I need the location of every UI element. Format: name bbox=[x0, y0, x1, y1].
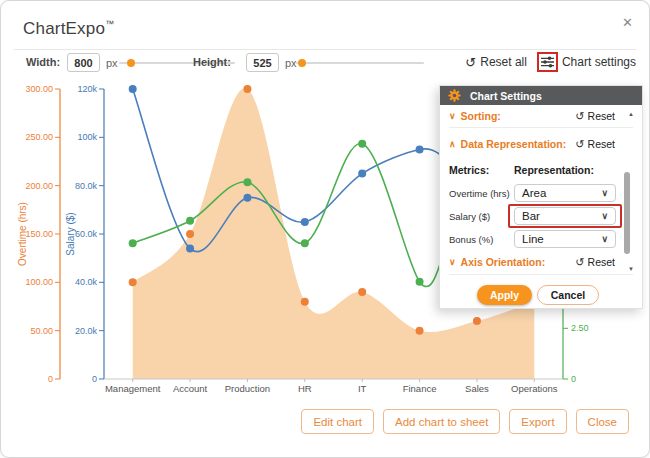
section-data-representation[interactable]: ∧ Data Representation: bbox=[449, 138, 566, 150]
section-sorting[interactable]: ∨ Sorting: bbox=[449, 110, 501, 122]
svg-text:100.00: 100.00 bbox=[25, 277, 53, 287]
reset-icon: ↺ bbox=[575, 257, 584, 268]
footer-buttons: Edit chart Add chart to sheet Export Clo… bbox=[301, 409, 629, 434]
metric-label-salary: Salary ($) bbox=[449, 211, 490, 222]
svg-text:Salary ($): Salary ($) bbox=[65, 212, 76, 255]
svg-text:Production: Production bbox=[225, 383, 270, 394]
axis-orientation-reset-label: Reset bbox=[588, 256, 615, 268]
add-chart-to-sheet-button[interactable]: Add chart to sheet bbox=[383, 409, 500, 434]
chevron-up-icon: ∧ bbox=[449, 140, 456, 149]
svg-text:300.00: 300.00 bbox=[25, 84, 53, 94]
section-sorting-label: Sorting: bbox=[461, 110, 501, 122]
svg-text:2.50: 2.50 bbox=[571, 323, 589, 333]
section-axis-orientation-label: Axis Orientation: bbox=[461, 256, 546, 268]
svg-text:120k: 120k bbox=[77, 84, 97, 94]
svg-text:Finance: Finance bbox=[403, 383, 437, 394]
close-button[interactable]: Close bbox=[576, 409, 629, 434]
svg-text:150.00: 150.00 bbox=[25, 229, 53, 239]
svg-text:50.00: 50.00 bbox=[30, 326, 53, 336]
data-representation-reset-button[interactable]: ↺ Reset bbox=[575, 138, 615, 150]
chevron-down-icon: ∨ bbox=[601, 235, 608, 244]
svg-text:80.0k: 80.0k bbox=[75, 181, 98, 191]
svg-text:0: 0 bbox=[48, 374, 53, 384]
dropdown-value: Bar bbox=[522, 210, 540, 222]
sorting-reset-button[interactable]: ↺ Reset bbox=[575, 110, 615, 122]
chevron-down-icon: ∨ bbox=[601, 212, 608, 221]
svg-text:Management: Management bbox=[105, 383, 161, 394]
representation-dropdown-salary[interactable]: Bar ∨ bbox=[514, 207, 616, 225]
axis-orientation-reset-button[interactable]: ↺ Reset bbox=[575, 256, 615, 268]
representation-header: Representation: bbox=[514, 164, 594, 176]
svg-text:20.0k: 20.0k bbox=[75, 326, 98, 336]
representation-dropdown-overtime[interactable]: Area ∨ bbox=[514, 184, 616, 202]
chevron-down-icon: ∨ bbox=[449, 112, 456, 121]
data-representation-reset-label: Reset bbox=[588, 138, 615, 150]
reset-icon: ↺ bbox=[575, 111, 584, 122]
gear-icon bbox=[448, 89, 461, 102]
edit-chart-button[interactable]: Edit chart bbox=[301, 409, 374, 434]
sorting-reset-label: Reset bbox=[588, 110, 615, 122]
representation-dropdown-bonus[interactable]: Line ∨ bbox=[514, 230, 616, 248]
svg-text:200.00: 200.00 bbox=[25, 181, 53, 191]
svg-text:Operations: Operations bbox=[511, 383, 558, 394]
svg-text:Overtime (hrs): Overtime (hrs) bbox=[17, 202, 28, 266]
chevron-down-icon: ∨ bbox=[601, 189, 608, 198]
apply-button[interactable]: Apply bbox=[477, 285, 532, 305]
scroll-up-arrow[interactable]: ▲ bbox=[628, 111, 634, 117]
chartexpo-dialog: ChartExpo™ ✕ Width: px Height: px ↺ Rese… bbox=[0, 0, 650, 458]
svg-text:IT: IT bbox=[358, 383, 367, 394]
panel-scrollbar[interactable] bbox=[624, 172, 630, 254]
svg-text:0: 0 bbox=[92, 374, 97, 384]
panel-divider bbox=[449, 274, 633, 275]
svg-text:100k: 100k bbox=[77, 132, 97, 142]
svg-text:0: 0 bbox=[571, 374, 576, 384]
section-axis-orientation[interactable]: ∨ Axis Orientation: bbox=[449, 256, 545, 268]
export-button[interactable]: Export bbox=[509, 409, 566, 434]
svg-text:40.0k: 40.0k bbox=[75, 277, 98, 287]
svg-text:HR: HR bbox=[298, 383, 312, 394]
panel-title: Chart Settings bbox=[470, 90, 542, 102]
panel-divider bbox=[449, 127, 633, 128]
section-data-representation-label: Data Representation: bbox=[461, 138, 567, 150]
cancel-button[interactable]: Cancel bbox=[537, 285, 599, 305]
svg-text:60.0k: 60.0k bbox=[75, 229, 98, 239]
panel-header: Chart Settings bbox=[440, 86, 642, 105]
dropdown-value: Area bbox=[522, 187, 546, 199]
scroll-down-arrow[interactable]: ▼ bbox=[628, 266, 634, 272]
svg-text:250.00: 250.00 bbox=[25, 132, 53, 142]
svg-text:Account: Account bbox=[173, 383, 208, 394]
reset-icon: ↺ bbox=[575, 139, 584, 150]
dropdown-value: Line bbox=[522, 233, 544, 245]
metric-label-bonus: Bonus (%) bbox=[449, 234, 493, 245]
metric-label-overtime: Overtime (hrs) bbox=[449, 188, 510, 199]
metrics-header: Metrics: bbox=[449, 164, 489, 176]
svg-text:Sales: Sales bbox=[465, 383, 489, 394]
chart-settings-panel: Chart Settings ∨ Sorting: ↺ Reset ∧ Data… bbox=[439, 85, 643, 309]
chevron-down-icon: ∨ bbox=[449, 258, 456, 267]
